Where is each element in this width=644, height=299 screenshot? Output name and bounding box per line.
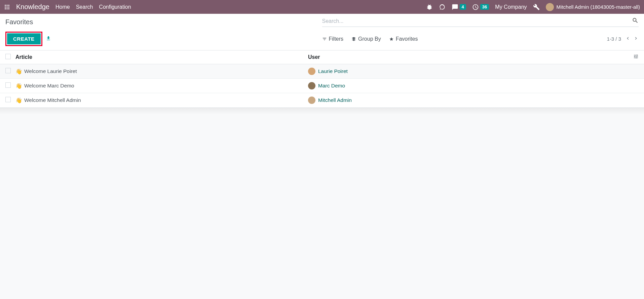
- row-checkbox[interactable]: [5, 68, 11, 73]
- user-cell[interactable]: Laurie Poiret: [308, 68, 639, 75]
- tools-icon[interactable]: [533, 4, 540, 10]
- user-avatar: [308, 82, 315, 89]
- filter-icon: [322, 37, 327, 41]
- search-input[interactable]: [322, 18, 632, 24]
- shadow: [0, 108, 644, 114]
- phone-icon[interactable]: [439, 4, 446, 10]
- pager-text[interactable]: 1-3 / 3: [607, 36, 621, 42]
- top-navbar: Knowledge Home Search Configuration 4 36…: [0, 0, 644, 14]
- row-checkbox[interactable]: [5, 82, 11, 88]
- activities-badge: 36: [480, 4, 489, 10]
- svg-rect-3: [5, 6, 6, 7]
- svg-rect-4: [7, 6, 8, 7]
- svg-rect-5: [8, 6, 9, 7]
- nav-configuration[interactable]: Configuration: [99, 4, 131, 10]
- article-title: Welcome Marc Demo: [24, 83, 74, 89]
- nav-home[interactable]: Home: [55, 4, 70, 10]
- article-title: Welcome Laurie Poiret: [24, 68, 77, 74]
- activities-button[interactable]: 36: [472, 4, 489, 10]
- search-icon[interactable]: [632, 17, 639, 25]
- chevron-right-icon: [633, 36, 639, 41]
- breadcrumb: Favorites: [5, 18, 33, 26]
- filters-button[interactable]: Filters: [322, 36, 344, 42]
- article-cell: 👋Welcome Laurie Poiret: [15, 68, 308, 75]
- wave-icon: 👋: [15, 97, 22, 104]
- svg-rect-2: [8, 5, 9, 6]
- article-cell: 👋Welcome Mitchell Admin: [15, 97, 308, 104]
- filters-label: Filters: [329, 36, 344, 42]
- select-all-checkbox[interactable]: [5, 54, 11, 59]
- table-row[interactable]: 👋Welcome Mitchell Admin Mitchell Admin: [0, 93, 644, 108]
- groupby-button[interactable]: Group By: [351, 36, 381, 42]
- user-avatar: [308, 68, 315, 75]
- apps-icon[interactable]: [4, 4, 10, 10]
- avatar: [546, 3, 554, 11]
- messages-button[interactable]: 4: [452, 4, 466, 10]
- table-row[interactable]: 👋Welcome Marc Demo Marc Demo: [0, 79, 644, 93]
- create-button[interactable]: CREATE: [7, 33, 41, 44]
- message-icon: [452, 4, 458, 10]
- user-link: Mitchell Admin: [318, 97, 352, 103]
- svg-rect-6: [5, 8, 6, 9]
- pager-prev[interactable]: [625, 36, 631, 42]
- user-name: Mitchell Admin (18043005-master-all): [557, 4, 640, 10]
- clock-icon: [472, 4, 479, 10]
- svg-rect-8: [8, 8, 9, 9]
- header-user[interactable]: User: [308, 54, 633, 60]
- svg-rect-1: [7, 5, 8, 6]
- layers-icon: [351, 37, 356, 41]
- article-cell: 👋Welcome Marc Demo: [15, 83, 308, 89]
- nav-search[interactable]: Search: [76, 4, 93, 10]
- messages-badge: 4: [460, 4, 466, 10]
- row-checkbox[interactable]: [5, 97, 11, 102]
- chevron-left-icon: [625, 36, 631, 41]
- star-icon: [389, 37, 394, 41]
- pager-next[interactable]: [633, 36, 639, 42]
- header-article[interactable]: Article: [15, 54, 308, 60]
- user-cell[interactable]: Mitchell Admin: [308, 97, 639, 104]
- company-selector[interactable]: My Company: [495, 4, 527, 10]
- user-cell[interactable]: Marc Demo: [308, 82, 639, 89]
- favorites-button[interactable]: Favorites: [389, 36, 418, 42]
- favorites-label: Favorites: [396, 36, 418, 42]
- wave-icon: 👋: [15, 83, 22, 89]
- table-settings-icon[interactable]: [633, 54, 639, 61]
- brand-title[interactable]: Knowledge: [16, 3, 49, 11]
- groupby-label: Group By: [358, 36, 381, 42]
- table-header: Article User: [0, 50, 644, 64]
- bug-icon[interactable]: [426, 4, 433, 10]
- user-avatar: [308, 97, 315, 104]
- control-panel: Favorites CREATE Filters Group By: [0, 14, 644, 50]
- create-highlight: CREATE: [5, 32, 42, 46]
- svg-rect-7: [7, 8, 8, 9]
- table-row[interactable]: 👋Welcome Laurie Poiret Laurie Poiret: [0, 64, 644, 79]
- export-icon[interactable]: [46, 36, 51, 42]
- user-link: Marc Demo: [318, 83, 345, 89]
- user-menu[interactable]: Mitchell Admin (18043005-master-all): [546, 3, 640, 11]
- data-table: Article User 👋Welcome Laurie Poiret Laur…: [0, 50, 644, 108]
- user-link: Laurie Poiret: [318, 68, 348, 74]
- article-title: Welcome Mitchell Admin: [24, 97, 81, 103]
- wave-icon: 👋: [15, 68, 22, 75]
- svg-rect-0: [5, 5, 6, 6]
